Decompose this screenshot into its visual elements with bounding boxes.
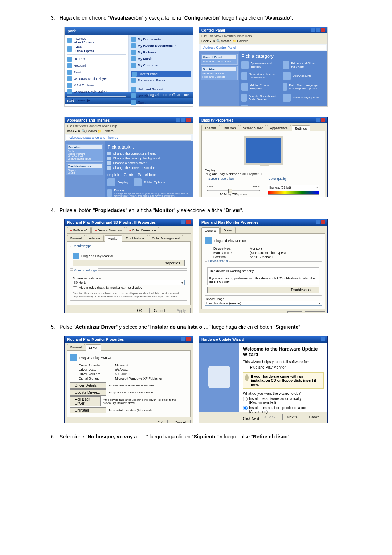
cat-sounds[interactable]: Sounds, Speech, and Audio Devices	[241, 94, 280, 102]
close-icon[interactable]	[321, 28, 325, 32]
tab-general[interactable]: General	[67, 344, 85, 350]
driver-details-button[interactable]: Driver Details...	[70, 382, 106, 389]
tab-colormgmt[interactable]: Color Management	[149, 235, 183, 241]
sm-printers[interactable]: Printers and Faxes	[131, 77, 191, 84]
logoff-button[interactable]: Log Off	[148, 93, 159, 97]
cat-access[interactable]: Accessibility Options	[283, 94, 321, 102]
cancel-button[interactable]: Cancel	[170, 420, 191, 423]
next-button[interactable]: Next >	[282, 414, 302, 420]
sm-cpanel[interactable]: Control Panel	[131, 71, 191, 77]
help-icon[interactable]	[316, 118, 320, 122]
address-bar[interactable]: Address Appearance and Themes	[66, 135, 191, 141]
task-res[interactable]: Change the screen resolution	[107, 166, 190, 170]
window-controls[interactable]	[316, 220, 325, 224]
ok-button[interactable]: OK	[132, 308, 147, 313]
close-icon[interactable]	[321, 118, 325, 122]
cancel-button[interactable]: Cancel	[305, 414, 325, 420]
toolbar[interactable]: Back ▸ ↻ 🔍 Search 📁 Folders ⋯	[65, 129, 193, 134]
sm-mydocs[interactable]: My Documents	[131, 36, 191, 42]
cat-datetime[interactable]: Date, Time, Language, and Regional Optio…	[283, 83, 321, 91]
troubleshoot-button[interactable]: Troubleshoot...	[207, 287, 319, 293]
task-theme[interactable]: Change the computer's theme	[107, 152, 190, 155]
cpicon-folders[interactable]: Folder Options	[134, 178, 165, 186]
sm-wmp[interactable]: Windows Media Player	[67, 76, 126, 82]
tab-appearance[interactable]: Appearance	[267, 125, 291, 131]
menu-bar[interactable]: File Edit View Favorites Tools Help	[65, 123, 193, 129]
tab-geforce[interactable]: ■ GeForce3	[67, 227, 91, 233]
turnoff-button[interactable]: Turn Off Computer	[163, 93, 190, 97]
device-usage-select[interactable]: Use this device (enable)	[205, 301, 322, 306]
address-bar[interactable]: Address Control Panel	[201, 45, 326, 50]
tab-troubleshoot[interactable]: Troubleshoot	[123, 235, 148, 241]
monitor-preview	[244, 136, 283, 165]
cat-network[interactable]: Network and Internet Connections	[241, 72, 280, 80]
network-icon	[241, 72, 247, 80]
sm-mycomp[interactable]: My Computer	[131, 62, 191, 69]
tab-colorcorr[interactable]: ■ Color Correction	[126, 227, 159, 233]
hide-modes-checkbox[interactable]	[73, 286, 77, 291]
window-controls[interactable]	[176, 118, 191, 122]
task-ss[interactable]: Choose a screen saver	[107, 161, 190, 165]
refresh-rate-select[interactable]: 60 Hertz	[73, 280, 185, 285]
cat-appearance[interactable]: Appearance and Themes	[241, 61, 280, 69]
maximize-icon[interactable]	[316, 28, 320, 32]
menu-bar[interactable]: File Edit View Favorites Tools Help	[199, 33, 327, 39]
sm-help[interactable]: Help and Support	[131, 86, 191, 93]
help-link[interactable]: Help and Support	[202, 75, 236, 78]
tab-desktop[interactable]: Desktop	[221, 125, 239, 131]
notepad-icon	[67, 63, 72, 68]
tab-general[interactable]: General	[67, 235, 85, 241]
chevron-right-icon: ▶	[87, 98, 90, 102]
properties-button[interactable]: Properties	[73, 260, 185, 266]
winupdate-link[interactable]: Windows Update	[202, 72, 236, 75]
sm-msn[interactable]: MSN Explorer	[67, 82, 126, 89]
window-controls[interactable]	[181, 337, 191, 341]
sm-internet[interactable]: InternetInternet Explorer	[67, 36, 126, 45]
radio-list[interactable]	[243, 406, 248, 410]
sm-mymusic[interactable]: My Music	[131, 56, 191, 62]
cat-perf[interactable]: Performance and Maintenance	[241, 105, 280, 107]
task-bg[interactable]: Change the desktop background	[107, 157, 190, 160]
window-controls[interactable]	[181, 220, 191, 224]
tab-themes[interactable]: Themes	[201, 125, 220, 131]
radio-auto[interactable]	[243, 397, 248, 401]
sm-paint[interactable]: Paint	[67, 69, 126, 76]
minimize-icon[interactable]	[311, 28, 315, 32]
rollback-driver-button[interactable]: Roll Back Driver	[70, 396, 101, 406]
tab-devsel[interactable]: ■ Device Selection	[91, 227, 125, 233]
color-quality-select[interactable]: Highest (32 bit)	[268, 185, 320, 190]
tab-general[interactable]: General	[201, 227, 220, 234]
ok-button[interactable]: OK	[287, 311, 302, 313]
sm-email[interactable]: E-mailOutlook Express	[67, 45, 126, 53]
switch-classic-link[interactable]: Switch to Classic View	[202, 60, 236, 63]
cancel-button[interactable]: Cancel	[305, 311, 325, 313]
apply-button[interactable]: Apply	[172, 308, 191, 313]
uninstall-button[interactable]: Uninstall	[70, 407, 106, 413]
tab-screensaver[interactable]: Screen Saver	[240, 125, 266, 131]
sm-recent[interactable]: My Recent Documents ▸	[131, 42, 191, 49]
sm-wmm[interactable]: Windows Movie Maker	[67, 89, 126, 95]
window-controls[interactable]	[316, 118, 325, 122]
sm-notepad[interactable]: Notepad	[67, 62, 126, 69]
sm-mypics[interactable]: My Pictures	[131, 49, 191, 56]
window-controls[interactable]	[311, 28, 325, 32]
cancel-button[interactable]: Cancel	[149, 308, 170, 313]
back-button[interactable]: < Back	[260, 414, 280, 420]
cat-printers[interactable]: Printers and Other Hardware	[283, 61, 321, 69]
tab-driver[interactable]: Driver	[220, 227, 236, 233]
cpicon-display[interactable]: Display	[107, 178, 128, 186]
ok-button[interactable]: OK	[153, 420, 167, 423]
sm-allprograms[interactable]: All Programs ▶	[67, 98, 126, 103]
sm-hct[interactable]: HCT 10.0	[67, 56, 126, 62]
tab-driver[interactable]: Driver	[86, 344, 101, 351]
tab-adapter[interactable]: Adapter	[86, 235, 104, 241]
tab-settings[interactable]: Settings	[292, 125, 310, 131]
sm-run[interactable]: Run...	[131, 99, 191, 106]
window-controls[interactable]	[321, 337, 325, 341]
resolution-slider[interactable]	[207, 190, 260, 191]
tab-monitor[interactable]: Monitor	[105, 235, 122, 242]
cat-addremove[interactable]: Add or Remove Programs	[241, 83, 280, 91]
cat-users[interactable]: User Accounts	[283, 72, 321, 80]
update-driver-button[interactable]: Update Driver...	[70, 389, 106, 396]
toolbar[interactable]: Back ▸ ↻ 🔍 Search 📁 Folders ⋯	[199, 39, 327, 44]
